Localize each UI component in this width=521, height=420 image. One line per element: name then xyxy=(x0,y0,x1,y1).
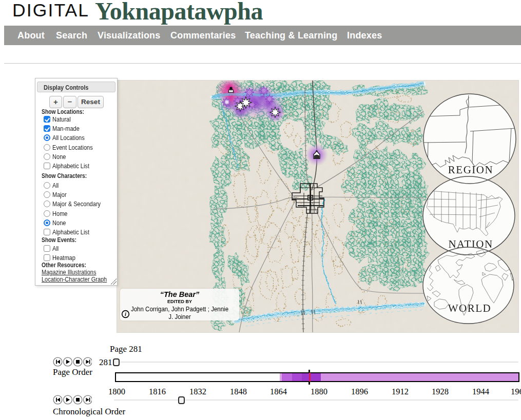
svg-text:i: i xyxy=(125,311,127,317)
svg-text:REGION: REGION xyxy=(448,164,493,176)
svg-text:WORLD: WORLD xyxy=(448,302,492,314)
